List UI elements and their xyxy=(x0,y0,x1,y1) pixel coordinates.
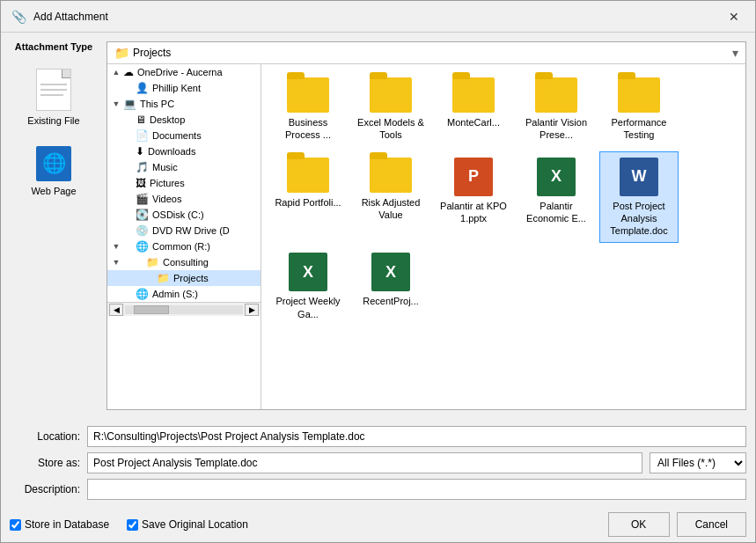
ok-button[interactable]: OK xyxy=(608,512,670,537)
store-in-db-text: Store in Database xyxy=(25,518,109,531)
tree-item-phillip-kent[interactable]: 👤 Phillip Kent xyxy=(107,80,261,96)
tree-item-desktop[interactable]: 🖥 Desktop xyxy=(107,112,261,128)
xlsx-icon-palantir-economic: X xyxy=(537,158,576,196)
file-item-palantir-vision[interactable]: Palantir Vision Prese... xyxy=(517,71,596,148)
dialog-icon: 📎 xyxy=(11,10,26,24)
admin-icon: 🌐 xyxy=(136,288,149,300)
tree-item-consulting[interactable]: ▼ 📁 Consulting xyxy=(107,254,261,270)
file-name-performance-testing: Performance Testing xyxy=(604,116,674,142)
tree-scrollbar: ◀ ▶ xyxy=(107,302,261,316)
location-label: Location: xyxy=(10,430,80,443)
checkbox-group: Store in Database Save Original Location xyxy=(10,518,248,531)
tree-label-pictures: Pictures xyxy=(150,178,185,188)
file-name-risk-adjusted: Risk Adjusted Value xyxy=(356,196,426,222)
tree-label-consulting: Consulting xyxy=(163,257,209,268)
tree-item-admin[interactable]: 🌐 Admin (S:) xyxy=(107,286,261,302)
location-dropdown-btn[interactable]: ▾ xyxy=(732,46,738,60)
description-input[interactable] xyxy=(87,479,746,500)
dialog-title: Add Attachment xyxy=(33,11,108,23)
title-bar-left: 📎 Add Attachment xyxy=(11,10,108,24)
folder-icon-business-process xyxy=(287,77,329,113)
tree-label-documents: Documents xyxy=(152,130,202,141)
file-name-palantir-kpo: Palantir at KPO 1.pptx xyxy=(438,200,509,225)
add-attachment-dialog: 📎 Add Attachment ✕ Attachment Type Exist… xyxy=(0,0,756,543)
tree-item-common[interactable]: ▼ 🌐 Common (R:) xyxy=(107,238,261,254)
tree-scroll-right[interactable]: ▶ xyxy=(245,304,259,316)
tree-scroll-left[interactable]: ◀ xyxy=(109,304,123,316)
description-row: Description: xyxy=(10,479,746,500)
music-icon: 🎵 xyxy=(136,161,149,173)
tree-item-documents[interactable]: 📄 Documents xyxy=(107,128,261,143)
this-pc-icon: 💻 xyxy=(123,98,136,110)
file-item-performance-testing[interactable]: Performance Testing xyxy=(599,71,679,148)
close-button[interactable]: ✕ xyxy=(723,6,745,27)
existing-file-label: Existing File xyxy=(27,114,79,127)
tree-expand-onedrive: ▲ xyxy=(111,68,121,77)
tree-item-pictures[interactable]: 🖼 Pictures xyxy=(107,175,261,191)
web-page-option[interactable]: 🌐 Web Page xyxy=(10,138,98,205)
file-type-select[interactable]: All Files (*.*) xyxy=(650,452,746,473)
tree-label-projects: Projects xyxy=(173,273,209,283)
file-item-rapid-portfoli[interactable]: Rapid Portfoli... xyxy=(268,151,348,244)
file-item-post-project[interactable]: W Post Project Analysis Template.doc xyxy=(599,151,679,244)
save-original-checkbox[interactable] xyxy=(127,519,138,531)
word-icon-post-project: W xyxy=(620,158,658,196)
web-page-label: Web Page xyxy=(31,185,76,197)
file-name-rapid-portfoli: Rapid Portfoli... xyxy=(275,196,341,209)
store-as-label: Store as: xyxy=(10,457,80,469)
file-item-palantir-kpo[interactable]: P Palantir at KPO 1.pptx xyxy=(434,151,513,244)
tree-label-onedrive: OneDrive - Aucerna xyxy=(137,67,223,77)
file-item-montecarlo[interactable]: MonteCarl... xyxy=(434,71,513,148)
description-label: Description: xyxy=(10,483,80,495)
cancel-button[interactable]: Cancel xyxy=(677,512,746,537)
phillip-icon: 👤 xyxy=(136,82,149,94)
tree-panel[interactable]: ▲ ☁ OneDrive - Aucerna 👤 Phillip Kent ▼ … xyxy=(107,64,261,409)
xlsx-icon-recentproj: X xyxy=(371,253,410,291)
folder-icon-performance-testing xyxy=(618,77,660,113)
consulting-icon: 📁 xyxy=(146,256,159,268)
downloads-icon: ⬇ xyxy=(136,145,144,158)
desktop-icon: 🖥 xyxy=(136,114,146,126)
tree-item-downloads[interactable]: ⬇ Downloads xyxy=(107,143,261,159)
folder-icon-montecarlo xyxy=(452,77,495,113)
store-in-db-checkbox[interactable] xyxy=(10,519,21,531)
tree-label-this-pc: This PC xyxy=(140,99,174,109)
store-in-db-label[interactable]: Store in Database xyxy=(10,518,109,531)
tree-item-videos[interactable]: 🎬 Videos xyxy=(107,191,261,207)
file-item-business-process[interactable]: Business Process ... xyxy=(268,71,348,148)
videos-icon: 🎬 xyxy=(136,193,149,205)
dvd-icon: 💿 xyxy=(136,224,149,237)
tree-item-music[interactable]: 🎵 Music xyxy=(107,159,261,175)
dialog-body: Attachment Type Existing File 🌐 Web Page xyxy=(1,33,755,419)
osdisk-icon: 💽 xyxy=(136,209,149,221)
location-input[interactable] xyxy=(87,426,746,447)
file-item-excel-models[interactable]: Excel Models & Tools xyxy=(351,71,430,148)
file-item-recentproj[interactable]: X RecentProj... xyxy=(351,246,430,327)
tree-label-osdisk: OSDisk (C:) xyxy=(152,209,204,220)
tree-label-music: Music xyxy=(152,162,178,172)
pictures-icon: 🖼 xyxy=(136,177,146,189)
location-bar: 📁 Projects ▾ xyxy=(107,42,745,64)
existing-file-option[interactable]: Existing File xyxy=(10,61,98,135)
tree-item-osdisk[interactable]: 💽 OSDisk (C:) xyxy=(107,207,261,223)
file-name-project-weekly: Project Weekly Ga... xyxy=(273,295,343,320)
save-original-label[interactable]: Save Original Location xyxy=(127,518,248,531)
folder-icon-palantir-vision xyxy=(535,77,577,113)
folder-icon-rapid-portfoli xyxy=(287,158,329,193)
location-path: Projects xyxy=(133,47,729,59)
store-as-input[interactable] xyxy=(87,452,642,473)
tree-scroll-thumb[interactable] xyxy=(134,305,169,314)
file-item-risk-adjusted[interactable]: Risk Adjusted Value xyxy=(351,151,430,244)
attachment-type-label: Attachment Type xyxy=(10,41,98,52)
tree-item-projects[interactable]: 📁 Projects xyxy=(107,270,261,286)
files-grid[interactable]: Business Process ... Excel Models & Tool… xyxy=(261,64,745,409)
folder-icon-risk-adjusted xyxy=(370,158,412,193)
location-folder-icon: 📁 xyxy=(114,46,129,60)
file-item-palantir-economic[interactable]: X Palantir Economic E... xyxy=(517,151,596,244)
tree-item-this-pc[interactable]: ▼ 💻 This PC xyxy=(107,96,261,112)
tree-item-onedrive[interactable]: ▲ ☁ OneDrive - Aucerna xyxy=(107,64,261,80)
file-item-project-weekly[interactable]: X Project Weekly Ga... xyxy=(268,246,348,327)
form-area: Location: Store as: All Files (*.*) Desc… xyxy=(1,419,755,507)
file-name-business-process: Business Process ... xyxy=(273,116,343,142)
tree-item-dvd[interactable]: 💿 DVD RW Drive (D xyxy=(107,223,261,238)
